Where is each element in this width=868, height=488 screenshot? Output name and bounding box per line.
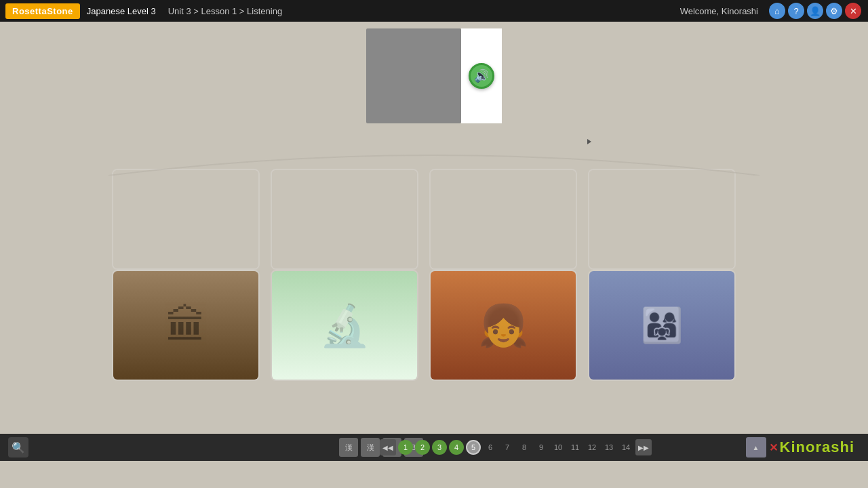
museum-scene bbox=[113, 271, 258, 380]
bottom-bar: 🔍 漢 漢 あ ABC ◀◀ 1 2 3 4 5 6 7 8 9 10 11 1… bbox=[0, 434, 868, 461]
arch-decoration bbox=[108, 135, 760, 176]
kinorashi-icon: ▲ bbox=[746, 437, 766, 458]
teens-photo bbox=[589, 271, 734, 380]
settings-button[interactable]: ⚙ bbox=[826, 3, 842, 19]
image-card-3-top[interactable] bbox=[429, 169, 577, 270]
kanji2-mode-button[interactable]: 漢 bbox=[361, 438, 380, 457]
image-card-4-top[interactable] bbox=[588, 169, 736, 270]
image-card-1-bottom[interactable] bbox=[112, 270, 260, 381]
image-card-1-top[interactable] bbox=[112, 169, 260, 270]
nav-icons: ⌂ ? 👤 ⚙ ✕ bbox=[768, 3, 863, 19]
user-button[interactable]: 👤 bbox=[807, 3, 823, 19]
page-4[interactable]: 4 bbox=[449, 440, 464, 455]
image-top-placeholder-3 bbox=[431, 170, 576, 268]
image-card-2-bottom[interactable] bbox=[271, 270, 418, 381]
page-14[interactable]: 14 bbox=[618, 440, 633, 455]
kinorashi-text: Kinorashi bbox=[780, 439, 854, 456]
image-top-placeholder-4 bbox=[589, 170, 734, 268]
speaker-icon: 🔊 bbox=[474, 68, 489, 83]
page-3[interactable]: 3 bbox=[432, 440, 447, 455]
page-number-navigation: ◀◀ 1 2 3 4 5 6 7 8 9 10 11 12 13 14 ▶▶ bbox=[380, 439, 652, 455]
kid-scene bbox=[431, 271, 576, 380]
kid-photo bbox=[431, 271, 576, 380]
page-13[interactable]: 13 bbox=[601, 440, 616, 455]
audio-play-button[interactable]: 🔊 bbox=[469, 63, 494, 89]
top-navigation-bar: RosettaStone Japanese Level 3 Unit 3 > L… bbox=[0, 0, 868, 22]
kinorashi-x-icon: ✕ bbox=[769, 441, 778, 454]
page-8[interactable]: 8 bbox=[517, 440, 532, 455]
museum-photo bbox=[113, 271, 258, 380]
page-5[interactable]: 5 bbox=[466, 440, 481, 455]
arch-svg bbox=[108, 135, 760, 176]
page-2[interactable]: 2 bbox=[415, 440, 430, 455]
level-title: Japanese Level 3 bbox=[87, 6, 156, 16]
search-button[interactable]: 🔍 bbox=[8, 437, 28, 458]
close-button[interactable]: ✕ bbox=[845, 3, 861, 19]
help-button[interactable]: ? bbox=[788, 3, 804, 19]
kinorashi-logo: ▲ ✕ Kinorashi bbox=[746, 434, 854, 461]
page-9[interactable]: 9 bbox=[534, 440, 549, 455]
page-7[interactable]: 7 bbox=[500, 440, 515, 455]
image-top-placeholder-2 bbox=[272, 170, 417, 268]
lab-scene bbox=[272, 271, 417, 380]
next-page-button[interactable]: ▶▶ bbox=[635, 439, 652, 455]
rosetta-stone-logo[interactable]: RosettaStone bbox=[5, 3, 80, 19]
image-grid bbox=[0, 169, 868, 381]
home-button[interactable]: ⌂ bbox=[769, 3, 785, 19]
image-card-2-top[interactable] bbox=[271, 169, 418, 270]
audio-panel: 🔊 bbox=[461, 28, 502, 123]
lab-photo bbox=[272, 271, 417, 380]
page-12[interactable]: 12 bbox=[585, 440, 599, 455]
image-placeholder bbox=[366, 28, 461, 123]
listening-panel: 🔊 bbox=[366, 28, 502, 127]
page-11[interactable]: 11 bbox=[568, 440, 583, 455]
teens-scene bbox=[589, 271, 734, 380]
image-card-4-bottom[interactable] bbox=[588, 270, 736, 381]
welcome-text: Welcome, Kinorashi bbox=[680, 6, 758, 16]
prev-page-button[interactable]: ◀◀ bbox=[380, 439, 396, 455]
image-top-placeholder-1 bbox=[113, 170, 258, 268]
image-card-3-bottom[interactable] bbox=[429, 270, 577, 381]
image-container: 🔊 bbox=[366, 28, 502, 127]
main-content: 🔊 bbox=[0, 22, 868, 461]
page-1[interactable]: 1 bbox=[398, 440, 413, 455]
kanji-mode-button[interactable]: 漢 bbox=[339, 438, 358, 457]
page-10[interactable]: 10 bbox=[551, 440, 566, 455]
page-6[interactable]: 6 bbox=[483, 440, 498, 455]
breadcrumb: Unit 3 > Lesson 1 > Listening bbox=[168, 6, 680, 16]
